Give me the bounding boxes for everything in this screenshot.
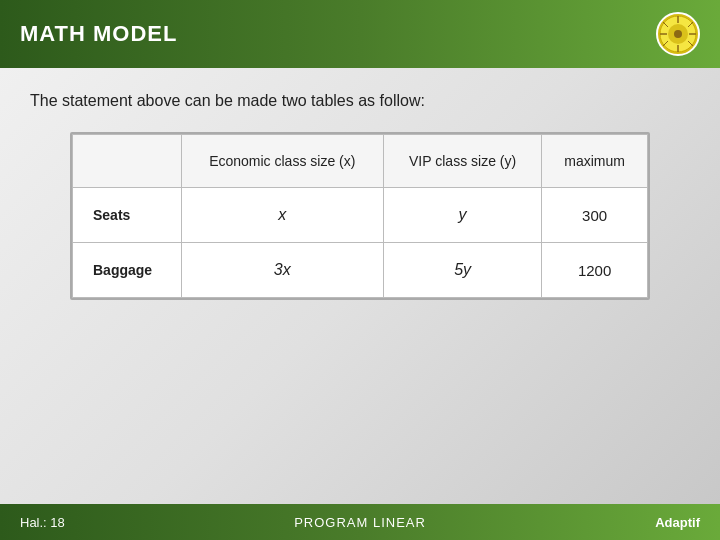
footer-hal: Hal.: 18 [20, 515, 65, 530]
svg-point-2 [674, 30, 682, 38]
footer-program: PROGRAM LINEAR [294, 515, 426, 530]
footer: Hal.: 18 PROGRAM LINEAR Adaptif [0, 504, 720, 540]
row-label-seats: Seats [73, 188, 182, 243]
header: MATH MODEL [0, 0, 720, 68]
col-header-vip: VIP class size (y) [383, 135, 541, 188]
table-header-row: Economic class size (x) VIP class size (… [73, 135, 648, 188]
table-row-seats: Seats x y 300 [73, 188, 648, 243]
content: The statement above can be made two tabl… [0, 68, 720, 504]
baggage-economic-val: 3x [181, 243, 383, 298]
data-table: Economic class size (x) VIP class size (… [72, 134, 648, 298]
header-title: MATH MODEL [20, 21, 177, 47]
seats-vip-val: y [383, 188, 541, 243]
table-row-baggage: Baggage 3x 5y 1200 [73, 243, 648, 298]
page: MATH MODEL The statement above can be ma… [0, 0, 720, 540]
header-logo [656, 12, 700, 56]
seats-economic-val: x [181, 188, 383, 243]
statement-text: The statement above can be made two tabl… [30, 92, 690, 110]
col-header-economic: Economic class size (x) [181, 135, 383, 188]
col-header-empty [73, 135, 182, 188]
baggage-vip-val: 5y [383, 243, 541, 298]
seats-max-val: 300 [542, 188, 648, 243]
row-label-baggage: Baggage [73, 243, 182, 298]
footer-adaptif: Adaptif [655, 515, 700, 530]
baggage-max-val: 1200 [542, 243, 648, 298]
table-wrapper: Economic class size (x) VIP class size (… [70, 132, 650, 300]
col-header-max: maximum [542, 135, 648, 188]
